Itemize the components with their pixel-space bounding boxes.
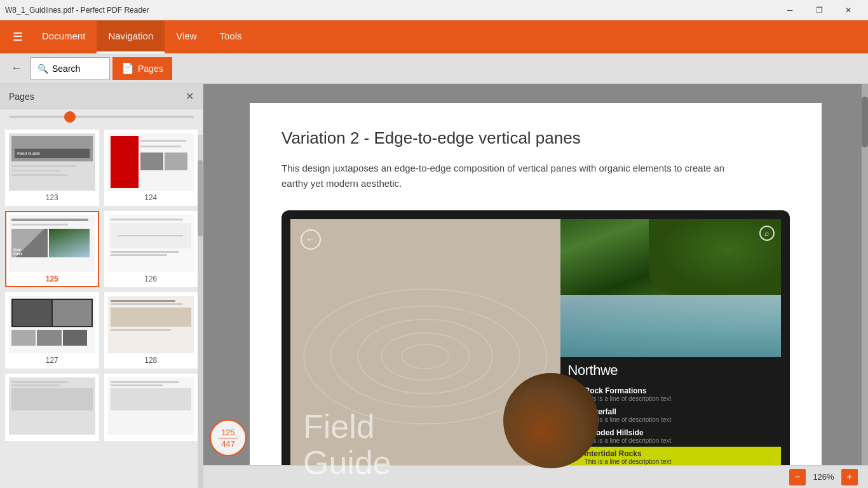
size-slider[interactable] — [9, 116, 194, 118]
menu-item-tools[interactable]: Tools — [208, 20, 254, 53]
thumbnail-128[interactable]: 128 — [104, 292, 198, 369]
maximize-button[interactable]: ❐ — [804, 0, 834, 20]
svg-point-4 — [402, 344, 449, 369]
page-description: This design juxtaposes an edge-to-edge c… — [281, 161, 726, 191]
thumb-num-123: 123 — [46, 193, 58, 202]
photo-water — [560, 295, 781, 357]
panel-scrollbar[interactable] — [198, 135, 203, 488]
thumb-img-124 — [108, 133, 194, 191]
menu-bar: ☰ Document Navigation View Tools — [0, 20, 868, 53]
thumb-num-125: 125 — [46, 274, 58, 283]
thumb-img-128 — [108, 296, 194, 353]
hamburger-icon: ☰ — [13, 30, 23, 44]
list-name-1: Rock Formations — [585, 386, 672, 395]
page-current: 125 — [221, 428, 235, 437]
thumb-num-126: 126 — [144, 274, 157, 283]
menu-item-tools-label: Tools — [220, 30, 242, 41]
page-total: 447 — [221, 439, 235, 449]
hamburger-menu[interactable]: ☰ — [5, 20, 31, 53]
screen-right-pane: ⌕ Northwe 1 Rock Formations This is a li… — [560, 219, 781, 488]
list-content-4: Intertidal Rocks This is a line of descr… — [585, 449, 672, 465]
search-input[interactable] — [52, 64, 103, 74]
thumb-img-127 — [9, 296, 95, 353]
thumb-img-130 — [108, 377, 194, 435]
thumbnail-127[interactable]: 127 — [5, 292, 99, 369]
left-panel: Pages ✕ Field Guide — [0, 84, 203, 488]
zoom-plus-icon: + — [846, 471, 852, 483]
list-desc-1: This is a line of description text — [585, 395, 672, 402]
list-content-1: Rock Formations This is a line of descri… — [585, 386, 672, 402]
svg-point-1 — [331, 306, 520, 407]
menu-item-document-label: Document — [42, 30, 85, 41]
search-icon: 🔍 — [37, 64, 48, 74]
panel-close-button[interactable]: ✕ — [186, 90, 194, 102]
pages-button-label: Pages — [138, 64, 163, 74]
size-slider-row — [0, 109, 203, 125]
device-screen: ← Field Guide — [290, 219, 781, 488]
thumb-num-127: 127 — [46, 356, 58, 365]
zoom-out-button[interactable]: − — [789, 469, 806, 485]
device-list-item-1: 1 Rock Formations This is a line of desc… — [568, 384, 773, 405]
device-search-icon[interactable]: ⌕ — [759, 226, 775, 241]
menu-item-view[interactable]: View — [165, 20, 208, 53]
thumb-img-125: FieldGuide — [9, 215, 95, 272]
thumbnail-125[interactable]: FieldGuide 125 — [5, 211, 99, 287]
device-mockup: ← Field Guide — [281, 210, 790, 488]
main-layout: Pages ✕ Field Guide — [0, 84, 868, 488]
thumbnails-container: Field Guide 123 — [0, 125, 203, 488]
back-button[interactable]: ← — [5, 57, 28, 80]
thumb-img-123: Field Guide — [9, 133, 95, 191]
page-divider — [219, 438, 238, 438]
svg-point-2 — [358, 320, 492, 394]
thumb-num-128: 128 — [144, 356, 157, 365]
screen-left-pane: ← Field Guide — [290, 219, 560, 488]
circle-photo — [503, 373, 599, 468]
thumb-img-129 — [9, 377, 95, 435]
svg-point-3 — [381, 333, 469, 380]
page-heading: Variation 2 - Edge-to-edge vertical pane… — [281, 128, 790, 148]
minimize-button[interactable]: ─ — [775, 0, 804, 20]
close-button[interactable]: ✕ — [834, 0, 863, 20]
page-content: Variation 2 - Edge-to-edge vertical pane… — [250, 103, 822, 488]
thumbnail-130[interactable] — [104, 374, 198, 441]
list-desc-3: This is a line of description text — [585, 437, 672, 444]
device-list-item-3: 3 Wooded Hillside This is a line of desc… — [568, 426, 773, 447]
panel-header: Pages ✕ — [0, 84, 203, 109]
pages-button[interactable]: 📄 Pages — [112, 57, 172, 80]
thumbnail-124[interactable]: 124 — [104, 130, 198, 206]
zoom-level: 126% — [811, 472, 836, 482]
page-indicator: 125 447 — [210, 419, 247, 456]
window-controls: ─ ❐ ✕ — [775, 0, 863, 20]
content-scrollbar[interactable] — [862, 84, 868, 488]
menu-item-view-label: View — [176, 30, 196, 41]
thumb-img-126 — [108, 215, 194, 272]
thumbnail-129[interactable] — [5, 374, 99, 441]
content-scrollbar-thumb[interactable] — [862, 97, 868, 147]
panel-title: Pages — [9, 92, 34, 102]
zoom-in-button[interactable]: + — [841, 469, 858, 485]
title-bar: W8_1_Guidlines.pdf - Perfect PDF Reader … — [0, 0, 868, 20]
thumb-num-124: 124 — [144, 193, 157, 202]
field-line2: Guide — [303, 445, 548, 481]
menu-item-navigation-label: Navigation — [108, 30, 153, 41]
zoom-minus-icon: − — [794, 471, 800, 483]
device-list-item-2: 2 Waterfall This is a line of descriptio… — [568, 405, 773, 426]
window-title: W8_1_Guidlines.pdf - Perfect PDF Reader — [5, 6, 149, 15]
menu-item-document[interactable]: Document — [31, 20, 97, 53]
thumbnail-126[interactable]: 126 — [104, 211, 198, 287]
slider-thumb[interactable] — [64, 111, 76, 123]
list-desc-4: This is a line of description text — [585, 458, 672, 465]
device-top-photo: ⌕ — [560, 219, 781, 357]
list-name-4: Intertidal Rocks — [585, 449, 672, 458]
menu-item-navigation[interactable]: Navigation — [97, 20, 165, 53]
panel-scrollbar-thumb[interactable] — [198, 160, 203, 236]
pages-doc-icon: 📄 — [121, 62, 134, 74]
toolbar: ← 🔍 📄 Pages — [0, 53, 868, 84]
thumbnail-123[interactable]: Field Guide 123 — [5, 130, 99, 206]
content-area[interactable]: 125 447 Variation 2 - Edge-to-edge verti… — [203, 84, 868, 488]
circle-photo-inner — [503, 373, 599, 468]
device-screen-title: Northwe — [568, 362, 773, 379]
device-back-button[interactable]: ← — [301, 229, 321, 250]
search-box[interactable]: 🔍 — [31, 57, 110, 80]
back-icon: ← — [11, 62, 22, 75]
